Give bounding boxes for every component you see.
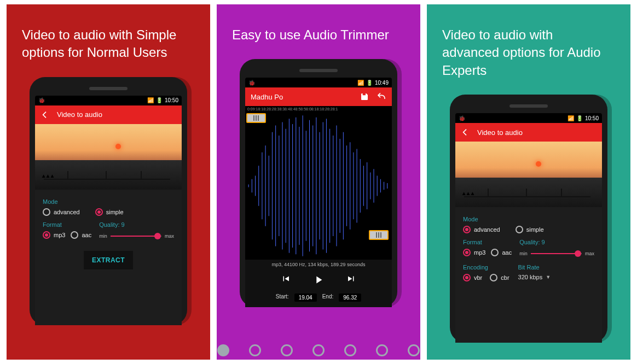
app-title: Video to audio <box>57 110 102 119</box>
app-bar: Video to audio <box>455 123 602 142</box>
screenshot-carousel: Video to audio with Simple options for N… <box>0 0 637 364</box>
quality-label: Quality: 9 <box>519 239 594 245</box>
app-title: Madhu Po <box>251 93 283 101</box>
timeline-ruler: 0:09:18:18:28:28:38:38:48:48:58:58:08:18… <box>245 106 392 112</box>
next-icon[interactable] <box>346 274 356 286</box>
promo-panel-simple: Video to audio with Simple options for N… <box>7 4 210 360</box>
caret-down-icon: ▼ <box>546 274 551 280</box>
audio-info: mp3, 44100 Hz, 134 kbps, 189.29 seconds <box>245 260 392 269</box>
bitrate-dropdown[interactable]: 320 kbps ▼ <box>518 274 551 280</box>
app-screen: 🐞 📶 🔋 10:50 Video to audio ▲▲▲ <box>455 113 602 343</box>
end-value[interactable]: 96.32 <box>339 293 361 302</box>
radio-simple[interactable]: simple <box>516 226 544 233</box>
play-icon[interactable] <box>312 274 325 286</box>
start-value[interactable]: 19.04 <box>294 293 317 302</box>
signal-icon: 📶 <box>567 115 574 121</box>
start-label: Start: <box>276 293 289 302</box>
end-label: End: <box>322 293 334 302</box>
bitrate-label: Bit Rate <box>518 264 551 271</box>
settings-panel: Mode advanced simple Format mp3 aac <box>35 190 182 325</box>
battery-icon: 🔋 <box>366 80 373 86</box>
headline: Video to audio with advanced options for… <box>442 26 606 79</box>
debug-icon: 🐞 <box>248 80 255 86</box>
trim-handle-end[interactable] <box>369 230 389 240</box>
clock: 10:49 <box>375 80 389 86</box>
promo-panel-advanced: Video to audio with advanced options for… <box>427 4 630 360</box>
radio-mp3[interactable]: mp3 <box>463 249 485 256</box>
radio-simple[interactable]: simple <box>95 208 124 216</box>
encoding-label: Encoding <box>463 264 509 271</box>
phone-mock: 🐞 📶 🔋 10:49 Madhu Po 0:09:18:18:28:28:38… <box>240 59 397 307</box>
playback-controls <box>245 269 392 290</box>
headline: Video to audio with Simple options for N… <box>22 26 186 62</box>
waveform[interactable] <box>245 112 392 260</box>
battery-icon: 🔋 <box>156 97 163 103</box>
debug-icon: 🐞 <box>38 97 45 103</box>
trim-handle-start[interactable] <box>246 113 266 123</box>
debug-icon: 🐞 <box>459 115 465 121</box>
app-screen: 🐞 📶 🔋 10:50 Video to audio ▲▲▲ <box>35 96 182 325</box>
format-label: Format <box>463 239 512 245</box>
promo-panel-trimmer: Easy to use Audio Trimmer 🐞 📶 🔋 10:49 Ma… <box>217 4 420 360</box>
app-screen: 🐞 📶 🔋 10:49 Madhu Po 0:09:18:18:28:28:38… <box>245 78 392 307</box>
format-label: Format <box>43 221 91 228</box>
settings-panel: Mode advanced simple Format mp3 aac <box>455 207 602 343</box>
headline: Easy to use Audio Trimmer <box>232 26 396 44</box>
video-preview[interactable]: ▲▲▲ <box>35 124 182 190</box>
app-bar: Madhu Po <box>245 87 392 106</box>
quality-slider[interactable]: min max <box>99 231 174 241</box>
back-arrow-icon[interactable] <box>40 110 49 119</box>
save-icon[interactable] <box>360 92 369 101</box>
app-title: Video to audio <box>477 128 523 137</box>
phone-speaker <box>299 69 338 72</box>
status-bar: 🐞 📶 🔋 10:49 <box>245 78 392 87</box>
status-bar: 🐞 📶 🔋 10:50 <box>35 96 182 105</box>
radio-vbr[interactable]: vbr <box>463 274 482 281</box>
mode-label: Mode <box>463 216 594 222</box>
clock: 10:50 <box>585 115 599 121</box>
prev-icon[interactable] <box>281 274 291 286</box>
phone-speaker <box>89 87 128 90</box>
phone-mock: 🐞 📶 🔋 10:50 Video to audio ▲▲▲ <box>30 77 187 325</box>
quality-label: Quality: 9 <box>99 221 174 228</box>
radio-aac[interactable]: aac <box>491 249 512 256</box>
radio-aac[interactable]: aac <box>71 231 91 239</box>
signal-icon: 📶 <box>357 80 364 86</box>
trim-values: Start: 19.04 End: 96.32 <box>245 290 392 307</box>
radio-advanced[interactable]: advanced <box>463 226 500 233</box>
back-arrow-icon[interactable] <box>461 128 470 137</box>
phone-mock: 🐞 📶 🔋 10:50 Video to audio ▲▲▲ <box>450 95 607 343</box>
battery-icon: 🔋 <box>576 115 583 121</box>
radio-advanced[interactable]: advanced <box>43 208 80 216</box>
radio-cbr[interactable]: cbr <box>490 274 509 281</box>
mode-label: Mode <box>43 198 174 205</box>
clock: 10:50 <box>165 97 178 103</box>
phone-speaker <box>509 104 548 108</box>
extract-button[interactable]: EXTRACT <box>84 251 133 269</box>
signal-icon: 📶 <box>147 97 154 103</box>
radio-mp3[interactable]: mp3 <box>43 231 65 239</box>
video-preview[interactable]: ▲▲▲ <box>455 142 602 207</box>
undo-icon[interactable] <box>377 92 386 101</box>
quality-slider[interactable]: min max <box>519 249 594 259</box>
app-bar: Video to audio <box>35 105 182 124</box>
status-bar: 🐞 📶 🔋 10:50 <box>455 113 602 123</box>
